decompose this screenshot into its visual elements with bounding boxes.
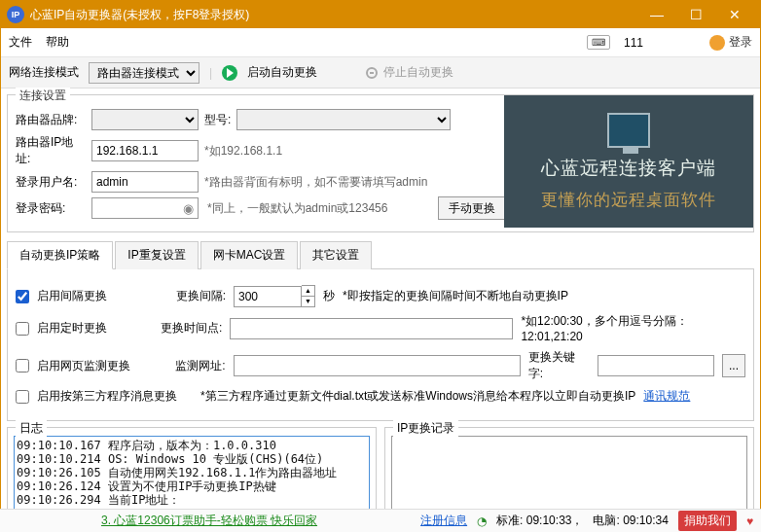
connection-legend: 连接设置: [16, 88, 70, 104]
connection-group: 连接设置 路由器品牌: 型号: 路由器IP地址: *如192.168.1.1 登…: [7, 94, 754, 232]
play-icon[interactable]: [222, 65, 237, 81]
web-kw-input[interactable]: [598, 355, 714, 376]
interval-spinner[interactable]: ▲▼: [234, 285, 315, 307]
brand-label: 路由器品牌:: [16, 112, 86, 128]
tab-mac[interactable]: 网卡MAC设置: [200, 241, 299, 269]
std-time: 标准: 09:10:33，: [496, 513, 583, 529]
tab-repeat[interactable]: IP重复设置: [115, 241, 198, 269]
manual-button[interactable]: 手动更换: [438, 196, 506, 220]
spin-down-icon[interactable]: ▼: [302, 297, 314, 306]
menu-help[interactable]: 帮助: [46, 34, 69, 51]
promo-link[interactable]: 3. 心蓝12306订票助手-轻松购票 快乐回家: [8, 513, 411, 529]
pwd-hint: *同上，一般默认为admin或123456: [207, 200, 387, 217]
third-check[interactable]: [16, 390, 29, 404]
web-browse-button[interactable]: ...: [722, 354, 745, 377]
donate-button[interactable]: 捐助我们: [678, 511, 737, 531]
brand-select[interactable]: [91, 109, 199, 130]
user-label: 登录用户名:: [16, 174, 86, 191]
maximize-button[interactable]: ☐: [676, 7, 715, 22]
kb-num: 111: [624, 36, 643, 50]
register-link[interactable]: 注册信息: [420, 513, 467, 529]
menu-file[interactable]: 文件: [9, 34, 32, 51]
model-label: 型号:: [204, 112, 231, 128]
window-title: 心蓝IP自动更换器(未授权，按F8登录授权): [30, 7, 637, 23]
pwd-label: 登录密码:: [16, 200, 86, 217]
web-url-input[interactable]: [234, 355, 521, 376]
stop-icon: [366, 67, 378, 79]
user-hint: *路由器背面有标明，如不需要请填写admin: [204, 174, 427, 191]
user-input[interactable]: [91, 171, 199, 193]
model-select[interactable]: [236, 109, 451, 130]
timed-input[interactable]: [230, 318, 513, 339]
ip-hint: *如192.168.1.1: [204, 143, 282, 160]
tabs: 自动更换IP策略 IP重复设置 网卡MAC设置 其它设置: [7, 240, 754, 269]
stop-auto: 停止自动更换: [366, 64, 453, 81]
timed-check[interactable]: [16, 322, 29, 336]
spin-up-icon[interactable]: ▲: [302, 286, 314, 297]
login-button[interactable]: 登录: [709, 34, 752, 51]
toolbar: 网络连接模式 路由器连接模式 | 启动自动更换 停止自动更换: [1, 57, 760, 89]
tab-body: 启用间隔更换 更换间隔: ▲▼ 秒 *即按指定的更换间隔时间不断地自动更换IP …: [7, 269, 754, 421]
avatar-icon: [709, 35, 725, 51]
heart-icon: ♥: [746, 514, 753, 528]
tab-strategy[interactable]: 自动更换IP策略: [7, 241, 113, 269]
banner-ad[interactable]: 心蓝远程连接客户端 更懂你的远程桌面软件: [504, 95, 753, 228]
ip-label: 路由器IP地址:: [16, 134, 86, 167]
menubar: 文件 帮助 ⌨ 111 登录: [1, 28, 760, 57]
start-auto[interactable]: 启动自动更换: [247, 64, 317, 81]
ip-input[interactable]: [91, 140, 199, 161]
mode-label: 网络连接模式: [9, 64, 79, 81]
mode-select[interactable]: 路由器连接模式: [89, 62, 199, 84]
titlebar: IP 心蓝IP自动更换器(未授权，按F8登录授权) — ☐ ✕: [1, 1, 760, 28]
tab-other[interactable]: 其它设置: [300, 241, 372, 269]
protocol-link[interactable]: 通讯规范: [643, 388, 690, 405]
statusbar: 3. 心蓝12306订票助手-轻松购票 快乐回家 注册信息 ◔ 标准: 09:1…: [0, 509, 761, 532]
eye-icon[interactable]: ◉: [183, 201, 194, 216]
monitor-icon: [607, 113, 650, 148]
app-logo-icon: IP: [7, 6, 24, 23]
keyboard-icon: ⌨: [587, 35, 610, 50]
close-button[interactable]: ✕: [715, 7, 754, 22]
interval-check[interactable]: [16, 290, 29, 303]
minimize-button[interactable]: —: [637, 7, 676, 22]
pc-time: 电脑: 09:10:34: [593, 513, 668, 529]
web-check[interactable]: [16, 359, 29, 372]
